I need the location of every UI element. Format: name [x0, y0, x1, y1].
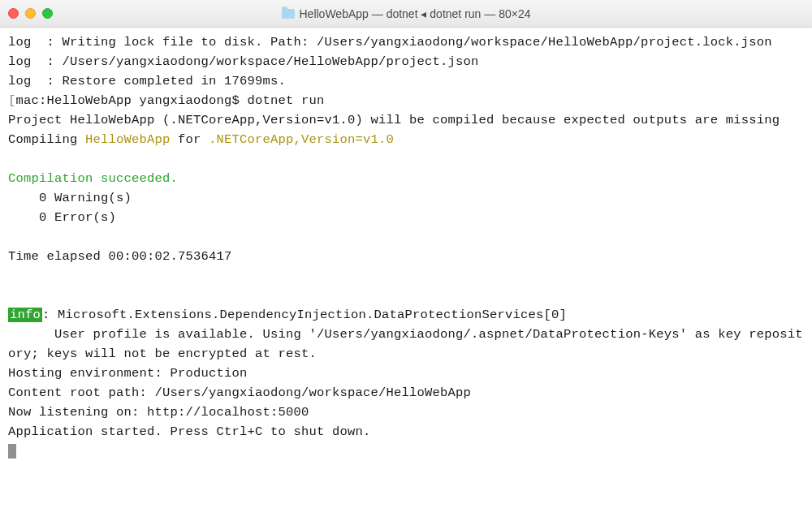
minimize-icon[interactable]: [25, 8, 36, 19]
listening-url: Now listening on: http://localhost:5000: [8, 405, 309, 420]
info-source: : Microsoft.Extensions.DependencyInjecti…: [42, 308, 567, 322]
close-icon[interactable]: [8, 8, 19, 19]
warning-count: 0 Warning(s): [8, 191, 132, 205]
compile-line: for: [171, 132, 209, 147]
project-name: HelloWebApp: [85, 132, 171, 147]
window-titlebar: HelloWebApp — dotnet ◂ dotnet run — 80×2…: [0, 0, 812, 28]
zoom-icon[interactable]: [42, 8, 53, 19]
prompt-bracket-open: [: [8, 93, 16, 108]
traffic-lights: [8, 8, 53, 19]
log-line: log : Restore completed in 17699ms.: [8, 74, 286, 88]
compile-line: Compiling: [8, 132, 85, 147]
log-line: log : Writing lock file to disk. Path: /…: [8, 35, 772, 50]
info-message: User profile is available. Using '/Users…: [8, 327, 803, 361]
error-count: 0 Error(s): [8, 210, 116, 225]
window-title-text: HelloWebApp — dotnet ◂ dotnet run — 80×2…: [300, 7, 531, 20]
log-line: log : /Users/yangxiaodong/workspace/Hell…: [8, 54, 479, 69]
terminal-output[interactable]: log : Writing lock file to disk. Path: /…: [0, 28, 812, 461]
cursor-icon: [8, 444, 16, 459]
time-elapsed: Time elapsed 00:00:02.7536417: [8, 249, 232, 264]
compile-success: Compilation succeeded.: [8, 171, 178, 186]
folder-icon: [282, 9, 295, 19]
host-env: Hosting environment: Production: [8, 366, 248, 381]
compile-line: Project HelloWebApp (.NETCoreApp,Version…: [8, 113, 780, 127]
shell-prompt: mac:HelloWebApp yangxiaodong$: [16, 93, 248, 108]
app-started: Application started. Press Ctrl+C to shu…: [8, 424, 371, 439]
window-title: HelloWebApp — dotnet ◂ dotnet run — 80×2…: [0, 7, 812, 20]
info-badge: info: [8, 308, 42, 322]
content-root: Content root path: /Users/yangxiaodong/w…: [8, 385, 471, 400]
framework-name: .NETCoreApp,Version=v1.0: [209, 132, 394, 147]
shell-command: dotnet run: [248, 93, 325, 108]
